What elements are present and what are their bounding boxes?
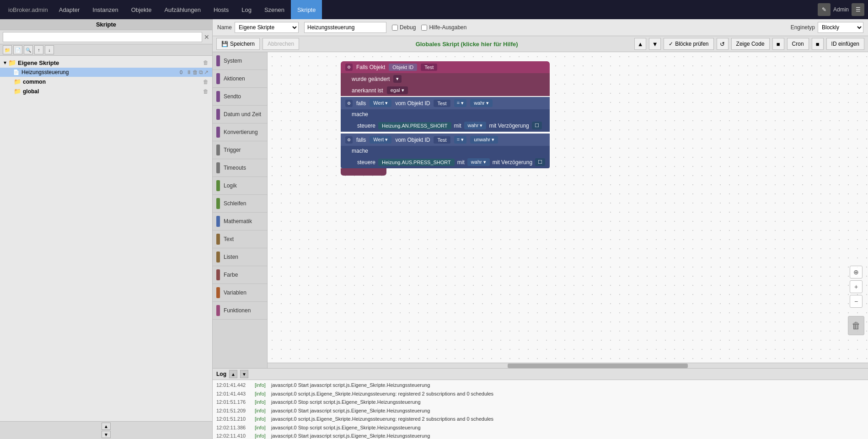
canvas-area[interactable]: System Aktionen Sendto Datum und Zeit	[213, 52, 868, 368]
tab-objekte[interactable]: Objekte	[125, 0, 158, 19]
upload-button[interactable]: ↑	[34, 45, 43, 54]
script-name-input[interactable]	[304, 22, 386, 33]
cat-timeouts[interactable]: Timeouts	[213, 159, 267, 177]
canvas-scrollbar[interactable]	[268, 363, 868, 368]
verz-check-1[interactable]: ☐	[532, 122, 542, 129]
wahr-mit-2[interactable]: wahr ▾	[467, 158, 490, 166]
cat-aktionen[interactable]: Aktionen	[213, 70, 267, 88]
enginetyp-select[interactable]: Blockly	[818, 22, 863, 33]
cat-logik[interactable]: Logik	[213, 177, 267, 195]
up-btn[interactable]: ▲	[634, 38, 646, 50]
settings-icon[interactable]: ⚙	[345, 64, 353, 71]
tree-item-heizungssteuerung[interactable]: 📄 Heizungssteuerung 0 ⏸ 🗑 ⧉ ↗	[0, 68, 212, 77]
check-blocks-button[interactable]: ✓ Blöcke prüfen	[664, 38, 713, 50]
log-level-3: [info]	[253, 398, 271, 406]
delete-global-icon[interactable]: 🗑	[203, 88, 209, 95]
show-code-button[interactable]: Zeige Code	[731, 38, 770, 50]
cat-trigger[interactable]: Trigger	[213, 141, 267, 159]
admin-settings-icon[interactable]: ☰	[852, 3, 864, 16]
delete-folder-icon[interactable]: 🗑	[203, 59, 209, 66]
copy-icon[interactable]: ⧉	[199, 69, 203, 75]
add-folder-button[interactable]: 📁	[3, 45, 12, 54]
script-header: Name Eigene Skripte Debug Hilfe-Ausgaben…	[213, 19, 868, 36]
wert-2-dropdown[interactable]: Wert ▾	[370, 136, 391, 144]
trash-button[interactable]: 🗑	[848, 316, 864, 335]
wert-1-dropdown[interactable]: Wert ▾	[370, 99, 391, 107]
search-input[interactable]	[3, 32, 202, 42]
scroll-up-button[interactable]: ▲	[102, 423, 111, 430]
hilfe-checkbox[interactable]	[421, 25, 427, 31]
name-label: Name	[217, 24, 232, 31]
cat-listen[interactable]: Listen	[213, 248, 267, 266]
clear-search-button[interactable]: ✕	[204, 33, 209, 41]
cat-konvertierung[interactable]: Konvertierung	[213, 123, 267, 141]
export-icon[interactable]: ↗	[204, 69, 209, 75]
cron-button[interactable]: Cron	[787, 38, 809, 50]
verz-check-2[interactable]: ☐	[535, 158, 545, 166]
folder-global[interactable]: 📁 global 🗑	[0, 86, 212, 96]
debug-checkbox[interactable]	[392, 25, 398, 31]
cat-system[interactable]: System	[213, 52, 267, 70]
objekt-id-field[interactable]: Objekt ID	[389, 64, 417, 71]
cat-farbe[interactable]: Farbe	[213, 266, 267, 284]
cancel-button[interactable]: Abbrechen	[263, 38, 299, 50]
tab-skripte[interactable]: Skripte	[291, 0, 322, 19]
insert-icon[interactable]: ■	[812, 38, 824, 50]
global-folder-label: global	[23, 88, 39, 95]
log-content[interactable]: 12:01:41.442 [info] javascript.0 Start j…	[213, 380, 868, 439]
hilfe-label: Hilfe-Ausgaben	[429, 24, 466, 31]
eigene-skripte-select[interactable]: Eigene Skripte	[235, 22, 299, 33]
down-btn[interactable]: ▼	[649, 38, 661, 50]
delete-common-icon[interactable]: 🗑	[203, 79, 209, 85]
refresh-icon[interactable]: ↺	[717, 38, 729, 50]
scrollbar-thumb[interactable]	[508, 364, 688, 368]
tab-instanzen[interactable]: Instanzen	[86, 0, 124, 19]
cat-funktionen[interactable]: Funktionen	[213, 302, 267, 320]
cat-text[interactable]: Text	[213, 230, 267, 248]
edit-icon[interactable]: ✎	[818, 3, 830, 16]
tab-hosts[interactable]: Hosts	[207, 0, 235, 19]
operator-1-dropdown[interactable]: = ▾	[454, 99, 466, 107]
log-scroll-down[interactable]: ▼	[240, 370, 248, 378]
brand-label: ioBroker.admin	[4, 6, 53, 13]
tab-aufzaehlungen[interactable]: Aufzählungen	[158, 0, 207, 19]
help-link[interactable]: Globales Skript (klicke hier für Hilfe)	[302, 41, 632, 48]
egal-dropdown[interactable]: egal ▾	[387, 86, 408, 94]
folder-common[interactable]: 📁 common 🗑	[0, 77, 212, 86]
zoom-out-icon[interactable]: −	[850, 295, 863, 308]
trash-icon[interactable]: 🗑	[193, 69, 198, 75]
save-button[interactable]: 💾 Speichern	[216, 38, 260, 50]
log-time-2: 12:01:41.443	[216, 390, 253, 398]
download-button[interactable]: ↓	[45, 45, 54, 54]
falls-1-settings[interactable]: ⚙	[345, 100, 353, 107]
cat-variablen[interactable]: Variablen	[213, 284, 267, 302]
save-icon: 💾	[221, 41, 228, 47]
folder-eigene-skripte[interactable]: ▾ 📁 Eigene Skripte 🗑	[0, 58, 212, 68]
log-time-3: 12:01:51.176	[216, 398, 253, 406]
cat-datum-zeit[interactable]: Datum und Zeit	[213, 106, 267, 123]
wahr-1-dropdown[interactable]: wahr ▾	[470, 99, 493, 107]
add-file-button[interactable]: 📄	[13, 45, 22, 54]
tab-log[interactable]: Log	[235, 0, 258, 19]
operator-2-dropdown[interactable]: = ▾	[454, 136, 466, 144]
falls-objekt-block[interactable]: ⚙ Falls Objekt Objekt ID Test wurde geän…	[341, 61, 550, 176]
unwahr-dropdown[interactable]: unwahr ▾	[470, 136, 498, 144]
insert-id-button[interactable]: ID einfügen	[826, 38, 864, 50]
scroll-down-button[interactable]: ▼	[102, 431, 111, 438]
stop-icon[interactable]: ■	[772, 38, 784, 50]
log-scroll-up[interactable]: ▲	[229, 370, 237, 378]
zoom-in-icon[interactable]: +	[850, 280, 863, 293]
blocks-workspace[interactable]: ⚙ Falls Objekt Objekt ID Test wurde geän…	[268, 52, 868, 363]
tab-szenen[interactable]: Szenen	[258, 0, 291, 19]
cat-sendto[interactable]: Sendto	[213, 88, 267, 106]
test-value-3: Test	[434, 136, 450, 144]
cat-mathematik[interactable]: Mathematik	[213, 213, 267, 230]
search-button[interactable]: 🔍	[24, 45, 33, 54]
cat-schleifen[interactable]: Schleifen	[213, 195, 267, 213]
tab-adapter[interactable]: Adapter	[53, 0, 86, 19]
wurde-dropdown[interactable]: ▾	[393, 75, 402, 83]
falls-2-settings[interactable]: ⚙	[345, 136, 353, 144]
fit-view-icon[interactable]: ⊕	[850, 266, 863, 278]
pause-icon[interactable]: ⏸	[186, 69, 192, 75]
wahr-mit-1[interactable]: wahr ▾	[464, 122, 487, 129]
